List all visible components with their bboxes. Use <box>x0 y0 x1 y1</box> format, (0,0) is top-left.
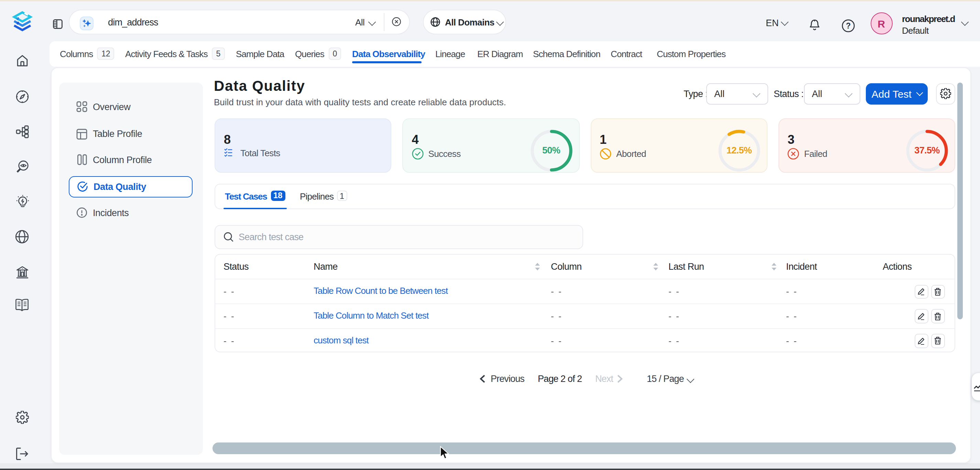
svg-text:?: ? <box>846 21 851 30</box>
